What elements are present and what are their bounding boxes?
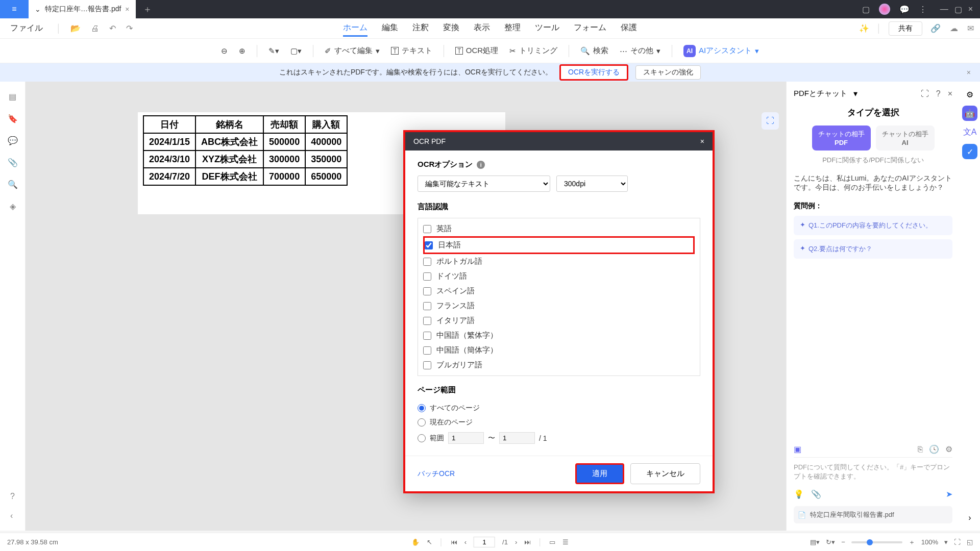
send-button[interactable]: ➤ xyxy=(946,489,952,499)
attach-icon[interactable]: 📎 xyxy=(811,489,821,499)
check-icon[interactable]: ✓ xyxy=(962,144,977,159)
last-page-icon[interactable]: ⏭ xyxy=(524,538,531,546)
bulb-icon[interactable]: 💡 xyxy=(794,489,804,499)
collapse-icon[interactable]: ‹ xyxy=(10,511,13,520)
search-icon[interactable]: 🔍 xyxy=(8,180,18,189)
range-to-input[interactable] xyxy=(499,432,535,444)
tab-view[interactable]: 表示 xyxy=(474,20,490,37)
edit-all-tool[interactable]: ✐ すべて編集▾ xyxy=(325,46,380,56)
radio-all-pages[interactable]: すべてのページ xyxy=(418,401,700,415)
language-list[interactable]: 英語日本語ポルトガル語ドイツ語スペイン語フランス語イタリア語中国語（繁体字）中国… xyxy=(418,218,700,376)
tab-form[interactable]: フォーム xyxy=(574,20,606,37)
zoom-slider[interactable] xyxy=(851,541,902,543)
chevron-down-icon[interactable]: ▾ xyxy=(853,89,857,98)
search-tool[interactable]: 🔍 検索 xyxy=(580,46,608,56)
attachment-icon[interactable]: 📎 xyxy=(8,158,18,167)
language-item[interactable]: 中国語（簡体字） xyxy=(423,343,695,358)
expand-rail-icon[interactable]: › xyxy=(968,513,971,522)
language-item[interactable]: カタロニア語 xyxy=(423,372,695,376)
share-link-icon[interactable]: 🔗 xyxy=(929,22,942,34)
view-mode-icon[interactable]: ▤▾ xyxy=(810,538,820,546)
tab-edit[interactable]: 編集 xyxy=(382,20,398,37)
language-item[interactable]: ドイツ語 xyxy=(423,269,695,284)
language-checkbox[interactable] xyxy=(423,272,431,281)
run-ocr-button[interactable]: OCRを実行する xyxy=(559,64,628,81)
page-input[interactable] xyxy=(474,537,495,547)
ocr-mode-select[interactable]: 編集可能なテキスト xyxy=(418,176,550,192)
tab-organize[interactable]: 整理 xyxy=(504,20,521,37)
help-icon[interactable]: ? xyxy=(936,89,941,98)
history-icon[interactable]: 🕓 xyxy=(929,444,939,454)
message-icon[interactable]: 💬 xyxy=(899,5,910,14)
tab-tools[interactable]: ツール xyxy=(535,20,559,37)
settings-icon[interactable]: ⚙ xyxy=(945,444,952,454)
bookmark-icon[interactable]: 🔖 xyxy=(8,114,18,123)
hand-tool-icon[interactable]: ✋ xyxy=(411,538,420,546)
close-tab-icon[interactable]: × xyxy=(125,5,129,13)
radio-current-page[interactable]: 現在のページ xyxy=(418,415,700,430)
sparkle-icon[interactable]: ✨ xyxy=(859,23,869,33)
enhance-scan-button[interactable]: スキャンの強化 xyxy=(635,65,701,80)
cloud-icon[interactable]: ☁ xyxy=(949,22,959,34)
language-checkbox[interactable] xyxy=(423,376,431,377)
language-item[interactable]: 中国語（繁体字） xyxy=(423,328,695,343)
language-item[interactable]: イタリア語 xyxy=(423,313,695,328)
rotate-icon[interactable]: ↻▾ xyxy=(826,538,835,546)
translate-icon[interactable]: 文A xyxy=(963,127,977,138)
maximize-icon[interactable]: ▢ xyxy=(954,5,962,14)
chat-input[interactable]: PDFについて質問してください。「#」キーでプロンプトを確認できます。 xyxy=(794,457,952,486)
batch-ocr-link[interactable]: バッチOCR xyxy=(418,469,455,479)
shape-tool[interactable]: ▢▾ xyxy=(290,46,302,56)
more-icon[interactable]: ⋮ xyxy=(919,5,927,14)
share-button[interactable]: 共有 xyxy=(889,21,922,36)
settings-icon[interactable]: ⚙ xyxy=(966,90,973,99)
mail-icon[interactable]: ✉ xyxy=(966,22,975,34)
language-item[interactable]: ブルガリア語 xyxy=(423,358,695,372)
language-checkbox[interactable] xyxy=(423,361,431,369)
crop-tool[interactable]: ✂ トリミング xyxy=(509,46,557,56)
document-tab[interactable]: ⌄ 特定口座年…報告書.pdf × xyxy=(29,0,136,18)
language-checkbox[interactable] xyxy=(425,241,433,249)
attached-file[interactable]: 📄 特定口座年間取引報告書.pdf xyxy=(794,506,952,523)
language-checkbox[interactable] xyxy=(423,302,431,310)
thumbnails-icon[interactable]: ▤ xyxy=(9,92,16,102)
zoom-out-icon[interactable]: − xyxy=(841,538,845,546)
ai-assistant-button[interactable]: AIAIアシスタント▾ xyxy=(683,45,759,57)
dialog-close-icon[interactable]: × xyxy=(700,137,704,145)
undo-icon[interactable]: ↶ xyxy=(108,22,117,34)
new-tab-button[interactable]: ＋ xyxy=(136,3,159,15)
language-item[interactable]: フランス語 xyxy=(423,298,695,313)
print-icon[interactable]: 🖨 xyxy=(90,23,100,34)
language-item[interactable]: 日本語 xyxy=(423,236,695,254)
text-tool[interactable]: 🅃 テキスト xyxy=(391,46,432,56)
file-menu[interactable]: ファイル xyxy=(5,23,48,34)
language-checkbox[interactable] xyxy=(423,258,431,266)
tab-protect[interactable]: 保護 xyxy=(621,20,637,37)
example-question-1[interactable]: ✦Q1.このPDFの内容を要約してください。 xyxy=(794,216,952,235)
chevron-down-icon[interactable]: ▾ xyxy=(944,538,948,546)
radio-range[interactable]: 範囲 〜 / 1 xyxy=(418,430,700,446)
reading-mode-icon[interactable]: ▭ xyxy=(549,538,555,546)
next-page-icon[interactable]: › xyxy=(515,538,517,546)
dpi-select[interactable]: 300dpi xyxy=(556,176,628,192)
ocr-tool[interactable]: 🅃 OCR処理 xyxy=(455,46,498,56)
zoom-level[interactable]: 100% xyxy=(921,538,938,546)
language-checkbox[interactable] xyxy=(423,346,431,355)
language-checkbox[interactable] xyxy=(423,225,431,233)
chat-mode-select[interactable]: PDFとチャット xyxy=(794,89,847,98)
fullscreen-icon[interactable]: ⛶ xyxy=(954,538,961,546)
close-panel-icon[interactable]: × xyxy=(948,89,952,98)
copy-icon[interactable]: ⎘ xyxy=(918,445,923,454)
open-icon[interactable]: 📂 xyxy=(69,22,82,34)
zoom-out-button[interactable]: ⊖ xyxy=(221,46,228,56)
range-from-input[interactable] xyxy=(448,432,484,444)
cancel-button[interactable]: キャンセル xyxy=(630,463,700,484)
layers-icon[interactable]: ◈ xyxy=(10,202,16,211)
chat-tab-pdf[interactable]: チャットの相手PDF xyxy=(812,126,871,151)
minimize-icon[interactable]: — xyxy=(940,5,948,14)
language-item[interactable]: 英語 xyxy=(423,221,695,236)
tablet-icon[interactable]: ▢ xyxy=(862,5,870,14)
keyboard-icon[interactable]: ▣ xyxy=(794,444,801,454)
close-window-icon[interactable]: × xyxy=(968,5,973,14)
fit-page-icon[interactable]: ⛶ xyxy=(762,112,779,130)
